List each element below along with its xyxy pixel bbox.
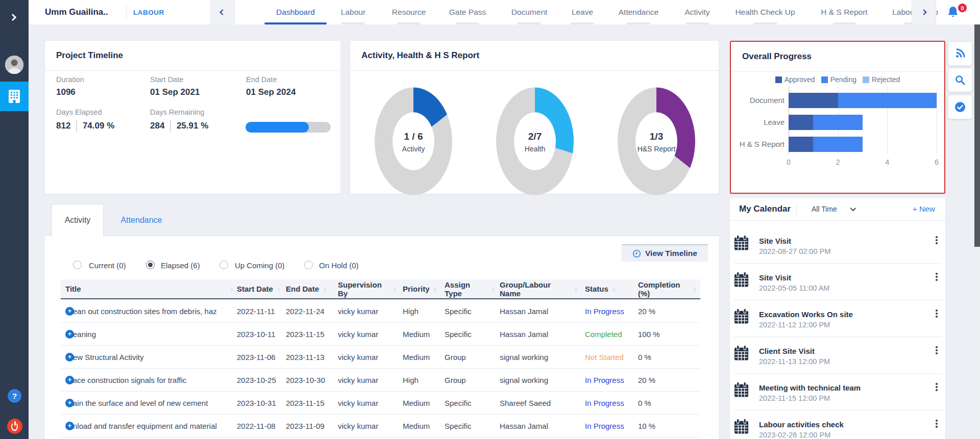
table-row[interactable]: +nload and transfer equipment and materi…	[61, 415, 700, 437]
cell-assign: Group	[445, 346, 494, 368]
event-menu-button[interactable]	[936, 236, 938, 245]
sort-icon[interactable]: ↑↓	[693, 286, 695, 292]
tab-resource[interactable]: Resource	[392, 0, 426, 24]
donut-caption: Health	[496, 145, 574, 153]
cell-supervision: vicky kumar	[338, 300, 395, 322]
tabs-scroll-right-button[interactable]	[912, 0, 936, 24]
divider	[45, 70, 340, 71]
sort-icon[interactable]: ↑↓	[323, 286, 325, 292]
divider	[731, 71, 944, 72]
cell-start: 2022-11-08	[237, 415, 281, 437]
bar-h-s-report-approved[interactable]	[789, 137, 813, 152]
calendar-event-icon	[734, 345, 748, 363]
sort-icon[interactable]: ↑↓	[612, 286, 615, 292]
sort-icon[interactable]: ↑↓	[574, 286, 576, 292]
legend-pending: Pending	[821, 75, 856, 84]
tab-underline	[571, 22, 594, 24]
sort-icon[interactable]: ↑↓	[491, 286, 494, 292]
gridline	[937, 87, 937, 154]
legend-label: Approved	[785, 75, 815, 84]
approvals-button[interactable]	[948, 95, 972, 119]
tab-activity[interactable]: Activity	[684, 0, 709, 24]
cell-group: signal working	[500, 346, 576, 368]
event-menu-button[interactable]	[936, 309, 938, 319]
column-header-assign-type[interactable]: Assign Type↑↓	[445, 279, 494, 298]
card-title: Overall Progress	[742, 42, 812, 71]
duration-label: Duration	[56, 75, 84, 84]
event-menu-button[interactable]	[936, 273, 938, 282]
tab-dashboard[interactable]: Dashboard	[276, 0, 315, 24]
tab-labour[interactable]: Labour	[341, 0, 365, 24]
calendar-range-filter[interactable]: All Time	[812, 198, 854, 220]
divider	[733, 263, 942, 264]
cell-title: +ean out construction sites from debris,…	[65, 300, 232, 322]
donut-value: 2/7	[496, 131, 574, 142]
column-header-priority[interactable]: Priority↑↓	[403, 279, 438, 298]
event-menu-button[interactable]	[936, 420, 938, 429]
sidebar-item-project[interactable]	[0, 82, 29, 111]
sort-icon[interactable]: ↑↓	[393, 286, 395, 292]
cell-end: 2023-11-09	[286, 415, 332, 437]
radio-label-elapsed-6: Elapsed (6)	[161, 261, 200, 270]
column-header-completion[interactable]: Completion (%)↑↓	[638, 279, 695, 298]
event-menu-button[interactable]	[936, 383, 938, 392]
donut-value: 1 / 6	[375, 131, 452, 142]
cell-priority: Medium	[403, 346, 438, 368]
radio-current-0[interactable]	[73, 261, 82, 269]
feed-button[interactable]	[948, 42, 972, 65]
column-header-start-date[interactable]: Start Date↑↓	[237, 279, 281, 298]
card-title: Project Timeline	[56, 41, 123, 70]
table-row[interactable]: +ace construction signals for traffic202…	[61, 369, 700, 392]
search-button[interactable]	[948, 68, 972, 92]
bar-h-s-report-pending[interactable]	[813, 137, 863, 152]
tab-h-s-report[interactable]: H & S Report	[821, 0, 867, 24]
sort-icon[interactable]: ↑↓	[277, 286, 279, 292]
radio-up-coming-0[interactable]	[219, 261, 228, 269]
divider	[733, 300, 942, 300]
table-row[interactable]: +ain the surface and level of new cement…	[61, 392, 700, 415]
start-date-value: 01 Sep 2021	[150, 87, 200, 97]
table-row[interactable]: +eaning2023-10-112023-11-15vicky kumarMe…	[61, 323, 700, 346]
scrollbar-thumb[interactable]	[974, 24, 980, 247]
bar-document-approved[interactable]	[789, 93, 838, 108]
avatar[interactable]	[5, 56, 23, 74]
tab-health-check-up[interactable]: Health Check Up	[735, 0, 795, 24]
sort-icon[interactable]: ↑↓	[230, 286, 232, 292]
cell-status: In Progress	[585, 392, 625, 414]
tab-attendance[interactable]: Attendance	[114, 204, 169, 236]
calendar-icon	[734, 308, 748, 324]
new-event-button[interactable]: + New	[913, 198, 935, 220]
table-row[interactable]: +ew Structural Activity2023-11-062023-11…	[61, 346, 700, 369]
tab-activity[interactable]: Activity	[52, 204, 104, 236]
activity-title: nload and transfer equipment and materia…	[73, 422, 217, 430]
module-tabs: DashboardLabourResourceGate PassDocument…	[29, 0, 980, 24]
column-header-title[interactable]: Title↑↓	[65, 279, 232, 298]
event-datetime: 2022-05-05 11:00 AM	[759, 284, 829, 292]
column-header-group-labour-name[interactable]: Group/Labour Name↑↓	[500, 279, 576, 298]
cell-group: signal working	[500, 369, 576, 391]
view-timeline-button[interactable]: View Timeline	[622, 244, 708, 262]
tab-gate-pass[interactable]: Gate Pass	[449, 0, 486, 24]
start-date-label: Start Date	[150, 75, 183, 84]
bar-document-pending[interactable]	[838, 93, 937, 108]
tab-document[interactable]: Document	[511, 0, 548, 24]
cell-title: +ace construction signals for traffic	[65, 369, 232, 391]
tab-leave[interactable]: Leave	[572, 0, 593, 24]
column-header-status[interactable]: Status↑↓	[585, 279, 625, 298]
column-label: Priority	[403, 285, 430, 293]
cell-group: Hassan Jamal	[500, 323, 576, 345]
expand-sidebar-icon[interactable]	[10, 13, 15, 22]
divider	[733, 337, 942, 337]
radio-elapsed-6[interactable]	[146, 261, 155, 269]
table-row[interactable]: +ean out construction sites from debris,…	[61, 300, 700, 323]
sort-icon[interactable]: ↑↓	[433, 286, 436, 292]
bar-leave-approved[interactable]	[789, 115, 813, 130]
column-header-supervision-by[interactable]: Supervision By↑↓	[338, 279, 395, 298]
bar-leave-pending[interactable]	[813, 115, 863, 130]
event-menu-button[interactable]	[936, 346, 938, 355]
help-button[interactable]: ?	[8, 389, 21, 403]
logout-power-button[interactable]	[7, 419, 22, 434]
column-header-end-date[interactable]: End Date↑↓	[286, 279, 332, 298]
tab-attendance[interactable]: Attendance	[619, 0, 658, 24]
radio-on-hold-0[interactable]	[304, 261, 313, 269]
